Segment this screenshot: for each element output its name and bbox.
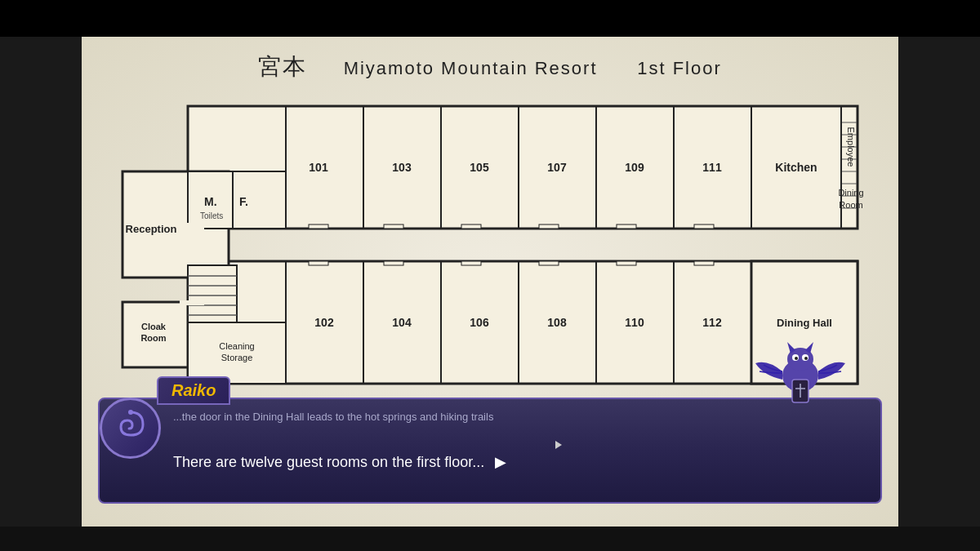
svg-rect-61 (694, 261, 714, 265)
svg-text:107: 107 (547, 161, 567, 174)
svg-text:108: 108 (547, 316, 567, 329)
svg-rect-18 (461, 224, 481, 229)
svg-rect-15 (384, 224, 403, 229)
svg-text:101: 101 (309, 161, 328, 174)
svg-text:110: 110 (625, 316, 644, 329)
svg-rect-76 (180, 223, 204, 230)
svg-point-85 (804, 357, 808, 360)
svg-text:Cleaning: Cleaning (219, 341, 254, 351)
main-area: 宮本 Miyamoto Mountain Resort 1st Floor M. (82, 37, 898, 527)
black-bar-top (0, 0, 980, 37)
svg-text:F.: F. (239, 195, 248, 208)
svg-text:Toilets: Toilets (200, 211, 223, 220)
svg-text:Reception: Reception (126, 223, 177, 235)
svg-rect-52 (461, 261, 481, 265)
svg-point-89 (128, 410, 133, 415)
svg-point-84 (795, 357, 798, 360)
svg-text:102: 102 (314, 316, 334, 329)
svg-text:Room: Room (140, 333, 166, 343)
bat-mascot (751, 331, 849, 412)
svg-rect-0 (188, 106, 858, 229)
black-bar-bottom (0, 527, 980, 551)
svg-text:M.: M. (204, 195, 217, 208)
svg-rect-46 (309, 261, 328, 265)
svg-rect-58 (617, 261, 636, 265)
floor-label: 1st Floor (637, 58, 722, 78)
svg-rect-24 (617, 224, 636, 229)
svg-text:Employee: Employee (846, 127, 856, 167)
svg-text:109: 109 (625, 161, 644, 174)
svg-rect-49 (384, 261, 403, 265)
svg-text:105: 105 (470, 161, 489, 174)
svg-rect-21 (539, 224, 559, 229)
svg-text:104: 104 (392, 316, 412, 329)
svg-rect-55 (539, 261, 559, 265)
svg-text:Dining: Dining (838, 188, 863, 198)
dialog-arrow[interactable]: ▶ (495, 454, 506, 470)
svg-text:Room: Room (839, 200, 862, 210)
dialog-main-text: There are twelve guest rooms on the firs… (173, 451, 868, 473)
character-name: Raiko (172, 381, 216, 399)
dialog-box[interactable]: Raiko ...the door in the Dining Hall lea… (98, 398, 882, 504)
svg-text:Kitchen: Kitchen (775, 161, 817, 174)
kanji-title: 宮本 (258, 54, 307, 79)
floor-title: 宮本 Miyamoto Mountain Resort 1st Floor (82, 37, 898, 92)
resort-name: Miyamoto Mountain Resort (344, 58, 598, 78)
svg-text:Storage: Storage (221, 353, 253, 362)
svg-text:106: 106 (470, 316, 489, 329)
svg-text:103: 103 (392, 161, 412, 174)
svg-rect-77 (180, 300, 204, 305)
svg-text:111: 111 (702, 161, 722, 174)
svg-rect-12 (309, 224, 328, 229)
character-name-badge: Raiko (157, 376, 230, 405)
svg-rect-67 (188, 265, 237, 322)
svg-text:Dining Hall: Dining Hall (777, 317, 832, 329)
svg-text:112: 112 (702, 316, 722, 329)
cursor-pointer (555, 441, 562, 449)
dialog-sub-text: ...the door in the Dining Hall leads to … (173, 411, 868, 423)
svg-text:Cloak: Cloak (141, 322, 167, 331)
avatar-badge (100, 398, 161, 459)
svg-rect-27 (694, 224, 714, 229)
